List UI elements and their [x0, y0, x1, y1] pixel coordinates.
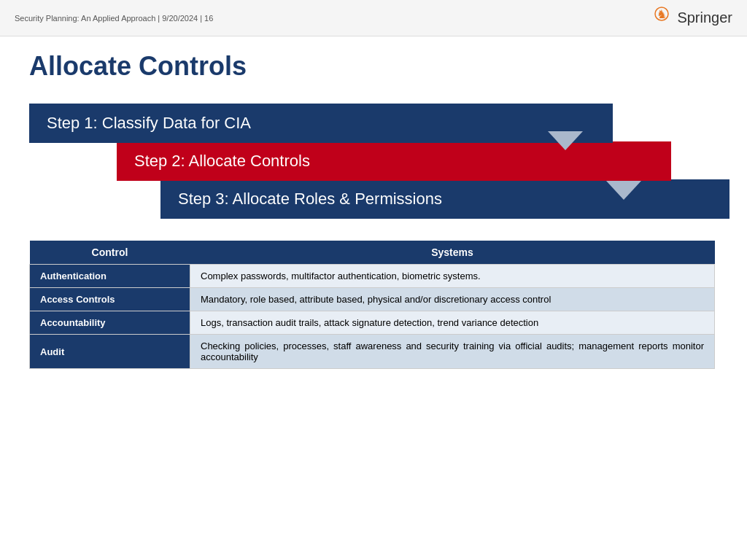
arrow-2-icon: [606, 181, 641, 200]
table-cell-systems: Checking policies, processes, staff awar…: [190, 335, 715, 369]
main-content: Allocate Controls Step 1: Classify Data …: [0, 36, 747, 384]
table-row: AccountabilityLogs, transaction audit tr…: [30, 311, 715, 335]
svg-text:♞: ♞: [657, 8, 667, 20]
table-cell-systems: Complex passwords, multifactor authentic…: [190, 265, 715, 288]
step-3-box: Step 3: Allocate Roles & Permissions: [160, 179, 729, 219]
table-cell-control: Accountability: [30, 311, 190, 335]
table-row: AuditChecking policies, processes, staff…: [30, 335, 715, 369]
table-header-systems: Systems: [190, 241, 715, 265]
step-2-box: Step 2: Allocate Controls: [117, 141, 671, 181]
table-cell-systems: Logs, transaction audit trails, attack s…: [190, 311, 715, 335]
table-row: Access ControlsMandatory, role based, at…: [30, 288, 715, 311]
table-row: AuthenticationComplex passwords, multifa…: [30, 265, 715, 288]
table-header-control: Control: [30, 241, 190, 265]
header-bar: Security Planning: An Applied Approach |…: [0, 0, 747, 36]
controls-table: Control Systems AuthenticationComplex pa…: [29, 241, 715, 369]
table-cell-control: Audit: [30, 335, 190, 369]
springer-logo-text: Springer: [677, 9, 732, 26]
arrow-1-icon: [548, 131, 583, 150]
table-cell-control: Access Controls: [30, 288, 190, 311]
header-subtitle: Security Planning: An Applied Approach |…: [15, 14, 213, 23]
steps-section: Step 1: Classify Data for CIA Step 2: Al…: [29, 104, 718, 219]
page-title: Allocate Controls: [29, 51, 718, 82]
springer-logo-icon: ♞: [651, 5, 673, 31]
step-1-box: Step 1: Classify Data for CIA: [29, 104, 613, 143]
table-cell-control: Authentication: [30, 265, 190, 288]
table-cell-systems: Mandatory, role based, attribute based, …: [190, 288, 715, 311]
springer-horse-icon: ♞: [651, 5, 673, 27]
springer-logo: ♞ Springer: [651, 5, 732, 31]
